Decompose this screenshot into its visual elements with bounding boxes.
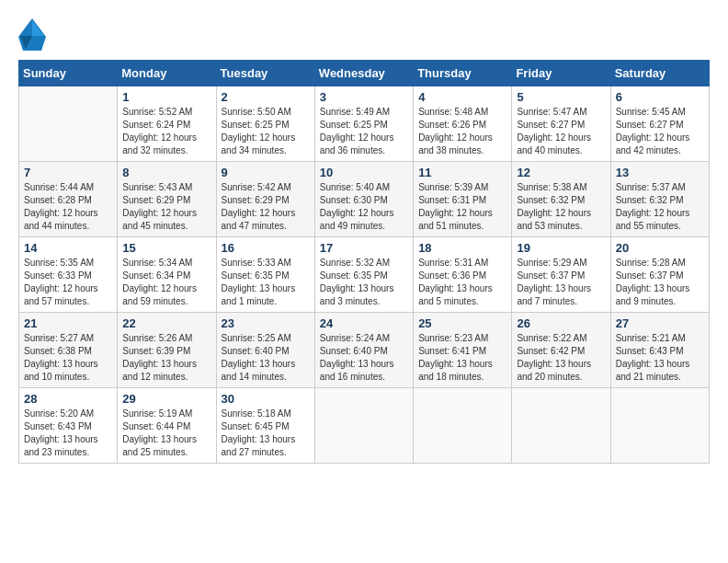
- day-number: 17: [320, 241, 408, 255]
- day-info: Sunrise: 5:37 AM Sunset: 6:32 PM Dayligh…: [616, 181, 704, 233]
- day-number: 5: [517, 90, 605, 104]
- day-info: Sunrise: 5:35 AM Sunset: 6:33 PM Dayligh…: [24, 257, 112, 308]
- day-info: Sunrise: 5:32 AM Sunset: 6:35 PM Dayligh…: [320, 257, 408, 308]
- day-number: 3: [320, 90, 408, 104]
- page-header: [18, 18, 710, 51]
- calendar-cell: 18Sunrise: 5:31 AM Sunset: 6:36 PM Dayli…: [414, 237, 512, 313]
- calendar-cell: 1Sunrise: 5:52 AM Sunset: 6:24 PM Daylig…: [118, 86, 216, 162]
- day-number: 20: [616, 241, 704, 255]
- day-number: 24: [320, 316, 408, 330]
- logo-icon: [18, 18, 46, 51]
- calendar-cell: 21Sunrise: 5:27 AM Sunset: 6:38 PM Dayli…: [19, 313, 118, 388]
- day-info: Sunrise: 5:29 AM Sunset: 6:37 PM Dayligh…: [517, 257, 605, 308]
- day-info: Sunrise: 5:25 AM Sunset: 6:40 PM Dayligh…: [222, 332, 310, 384]
- day-number: 12: [517, 166, 605, 179]
- calendar-cell: 19Sunrise: 5:29 AM Sunset: 6:37 PM Dayli…: [512, 237, 610, 313]
- day-info: Sunrise: 5:47 AM Sunset: 6:27 PM Dayligh…: [517, 106, 605, 157]
- calendar-cell: 22Sunrise: 5:26 AM Sunset: 6:39 PM Dayli…: [118, 313, 216, 388]
- calendar-cell: 13Sunrise: 5:37 AM Sunset: 6:32 PM Dayli…: [610, 162, 709, 237]
- day-info: Sunrise: 5:39 AM Sunset: 6:31 PM Dayligh…: [418, 181, 506, 233]
- day-number: 23: [222, 316, 310, 330]
- day-info: Sunrise: 5:45 AM Sunset: 6:27 PM Dayligh…: [616, 106, 704, 157]
- day-info: Sunrise: 5:48 AM Sunset: 6:26 PM Dayligh…: [418, 106, 506, 157]
- calendar-cell: [414, 388, 512, 464]
- day-number: 8: [122, 166, 210, 179]
- day-number: 1: [122, 90, 210, 104]
- day-number: 25: [418, 316, 506, 330]
- calendar-cell: 23Sunrise: 5:25 AM Sunset: 6:40 PM Dayli…: [216, 313, 314, 388]
- day-of-week-header: Monday: [118, 61, 216, 86]
- day-number: 7: [24, 166, 112, 179]
- day-info: Sunrise: 5:18 AM Sunset: 6:45 PM Dayligh…: [222, 408, 310, 459]
- calendar-cell: 25Sunrise: 5:23 AM Sunset: 6:41 PM Dayli…: [414, 313, 512, 388]
- calendar-cell: 14Sunrise: 5:35 AM Sunset: 6:33 PM Dayli…: [19, 237, 118, 313]
- calendar-cell: 7Sunrise: 5:44 AM Sunset: 6:28 PM Daylig…: [19, 162, 118, 237]
- day-number: 6: [616, 90, 704, 104]
- day-of-week-header: Sunday: [19, 61, 118, 86]
- calendar-cell: [610, 388, 709, 464]
- calendar-cell: [512, 388, 610, 464]
- day-info: Sunrise: 5:38 AM Sunset: 6:32 PM Dayligh…: [517, 181, 605, 233]
- day-number: 13: [616, 166, 704, 179]
- day-info: Sunrise: 5:24 AM Sunset: 6:40 PM Dayligh…: [320, 332, 408, 384]
- day-info: Sunrise: 5:22 AM Sunset: 6:42 PM Dayligh…: [517, 332, 605, 384]
- day-of-week-header: Saturday: [610, 61, 709, 86]
- calendar-week-row: 21Sunrise: 5:27 AM Sunset: 6:38 PM Dayli…: [19, 313, 710, 388]
- day-info: Sunrise: 5:20 AM Sunset: 6:43 PM Dayligh…: [24, 408, 112, 459]
- calendar-cell: 12Sunrise: 5:38 AM Sunset: 6:32 PM Dayli…: [512, 162, 610, 237]
- calendar-cell: 8Sunrise: 5:43 AM Sunset: 6:29 PM Daylig…: [118, 162, 216, 237]
- day-info: Sunrise: 5:23 AM Sunset: 6:41 PM Dayligh…: [418, 332, 506, 384]
- day-of-week-header: Thursday: [414, 61, 512, 86]
- day-number: 16: [222, 241, 310, 255]
- day-number: 19: [517, 241, 605, 255]
- calendar-cell: 17Sunrise: 5:32 AM Sunset: 6:35 PM Dayli…: [314, 237, 413, 313]
- day-info: Sunrise: 5:43 AM Sunset: 6:29 PM Dayligh…: [122, 181, 210, 233]
- calendar-cell: 20Sunrise: 5:28 AM Sunset: 6:37 PM Dayli…: [610, 237, 709, 313]
- calendar-header-row: SundayMondayTuesdayWednesdayThursdayFrid…: [19, 61, 710, 86]
- day-info: Sunrise: 5:40 AM Sunset: 6:30 PM Dayligh…: [320, 181, 408, 233]
- day-number: 27: [616, 316, 704, 330]
- calendar-cell: 26Sunrise: 5:22 AM Sunset: 6:42 PM Dayli…: [512, 313, 610, 388]
- day-info: Sunrise: 5:34 AM Sunset: 6:34 PM Dayligh…: [122, 257, 210, 308]
- day-info: Sunrise: 5:21 AM Sunset: 6:43 PM Dayligh…: [616, 332, 704, 384]
- calendar-cell: [314, 388, 413, 464]
- calendar-cell: 30Sunrise: 5:18 AM Sunset: 6:45 PM Dayli…: [216, 388, 314, 464]
- calendar-cell: 11Sunrise: 5:39 AM Sunset: 6:31 PM Dayli…: [414, 162, 512, 237]
- calendar-week-row: 14Sunrise: 5:35 AM Sunset: 6:33 PM Dayli…: [19, 237, 710, 313]
- day-number: 14: [24, 241, 112, 255]
- day-number: 30: [222, 392, 310, 406]
- calendar-cell: 24Sunrise: 5:24 AM Sunset: 6:40 PM Dayli…: [314, 313, 413, 388]
- calendar-week-row: 28Sunrise: 5:20 AM Sunset: 6:43 PM Dayli…: [19, 388, 710, 464]
- day-info: Sunrise: 5:42 AM Sunset: 6:29 PM Dayligh…: [222, 181, 310, 233]
- day-info: Sunrise: 5:31 AM Sunset: 6:36 PM Dayligh…: [418, 257, 506, 308]
- day-number: 4: [418, 90, 506, 104]
- day-info: Sunrise: 5:33 AM Sunset: 6:35 PM Dayligh…: [222, 257, 310, 308]
- day-number: 10: [320, 166, 408, 179]
- calendar-cell: [19, 86, 118, 162]
- day-info: Sunrise: 5:49 AM Sunset: 6:25 PM Dayligh…: [320, 106, 408, 157]
- day-number: 15: [122, 241, 210, 255]
- calendar-cell: 28Sunrise: 5:20 AM Sunset: 6:43 PM Dayli…: [19, 388, 118, 464]
- day-of-week-header: Friday: [512, 61, 610, 86]
- day-info: Sunrise: 5:50 AM Sunset: 6:25 PM Dayligh…: [222, 106, 310, 157]
- day-info: Sunrise: 5:19 AM Sunset: 6:44 PM Dayligh…: [122, 408, 210, 459]
- calendar-cell: 6Sunrise: 5:45 AM Sunset: 6:27 PM Daylig…: [610, 86, 709, 162]
- calendar-cell: 16Sunrise: 5:33 AM Sunset: 6:35 PM Dayli…: [216, 237, 314, 313]
- calendar-week-row: 1Sunrise: 5:52 AM Sunset: 6:24 PM Daylig…: [19, 86, 710, 162]
- calendar-cell: 27Sunrise: 5:21 AM Sunset: 6:43 PM Dayli…: [610, 313, 709, 388]
- day-number: 28: [24, 392, 112, 406]
- day-number: 9: [222, 166, 310, 179]
- calendar-cell: 10Sunrise: 5:40 AM Sunset: 6:30 PM Dayli…: [314, 162, 413, 237]
- calendar-cell: 4Sunrise: 5:48 AM Sunset: 6:26 PM Daylig…: [414, 86, 512, 162]
- day-number: 18: [418, 241, 506, 255]
- day-info: Sunrise: 5:44 AM Sunset: 6:28 PM Dayligh…: [24, 181, 112, 233]
- calendar-cell: 3Sunrise: 5:49 AM Sunset: 6:25 PM Daylig…: [314, 86, 413, 162]
- logo: [18, 18, 50, 51]
- calendar-table: SundayMondayTuesdayWednesdayThursdayFrid…: [18, 60, 710, 464]
- day-number: 2: [222, 90, 310, 104]
- day-number: 21: [24, 316, 112, 330]
- day-info: Sunrise: 5:28 AM Sunset: 6:37 PM Dayligh…: [616, 257, 704, 308]
- calendar-cell: 29Sunrise: 5:19 AM Sunset: 6:44 PM Dayli…: [118, 388, 216, 464]
- calendar-cell: 2Sunrise: 5:50 AM Sunset: 6:25 PM Daylig…: [216, 86, 314, 162]
- day-of-week-header: Tuesday: [216, 61, 314, 86]
